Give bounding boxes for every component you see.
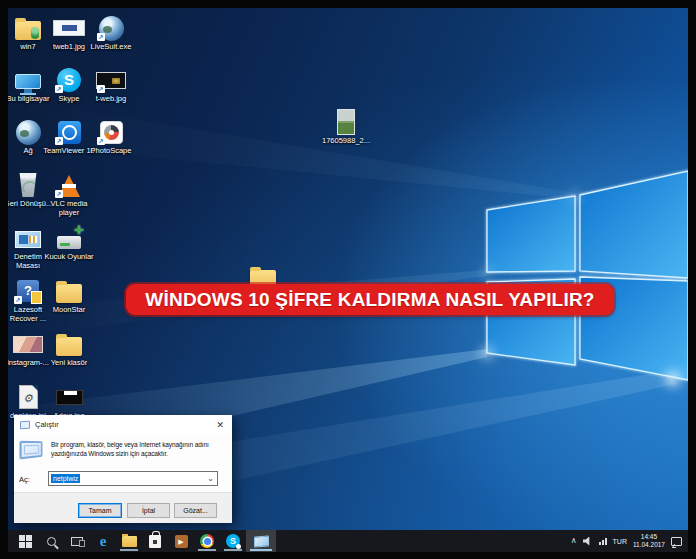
desktop-icon-label: VLC media player [42, 199, 96, 217]
task-view-icon [71, 537, 83, 546]
open-label: Aç: [19, 475, 30, 484]
shortcut-arrow-icon: ↗ [55, 137, 63, 145]
settings-file-gear-icon [19, 385, 38, 409]
screen-frame: win7 tweb1.jpg ↗ LiveSuit.exe Bu bilgisa… [0, 0, 696, 559]
edge-taskbar-button[interactable]: e [90, 530, 116, 552]
run-program-icon [19, 441, 42, 460]
run-dialog-window-icon [254, 535, 269, 547]
skype-icon: S [226, 534, 240, 548]
system-tray: ∧ TUR 14:45 11.04.2017 [571, 530, 688, 552]
run-dialog-description: Bir program, klasör, belge veya Internet… [51, 440, 223, 458]
image-thumbnail-photo-icon [337, 109, 355, 135]
desktop-icon-t-web[interactable]: ↗ t-web.jpg [84, 66, 138, 103]
desktop-icon-17605988[interactable]: 17605988_2... [319, 108, 373, 145]
run-dialog-title: Çalıştır [35, 420, 214, 429]
clock-date: 11.04.2017 [633, 541, 665, 549]
search-button[interactable] [38, 530, 64, 552]
headline-text: WİNDOWS 10 ŞİFRE KALDIRMA NASIL YAPILIR? [145, 289, 594, 311]
chevron-down-icon[interactable]: ⌄ [207, 474, 214, 483]
desktop-icon-label: Kucuk Oyunlar [42, 252, 96, 261]
search-icon [47, 537, 56, 546]
headline-banner: WİNDOWS 10 ŞİFRE KALDIRMA NASIL YAPILIR? [126, 284, 614, 315]
image-thumbnail-pink-icon [13, 336, 43, 353]
folder-with-user-icon [15, 21, 41, 40]
store-icon [149, 535, 161, 548]
control-panel-icon [15, 231, 41, 248]
show-hidden-icons-chevron[interactable]: ∧ [571, 537, 577, 545]
network-globe-icon [16, 120, 41, 145]
close-icon[interactable]: ✕ [214, 420, 226, 430]
shortcut-arrow-icon: ↗ [14, 296, 22, 304]
volume-icon[interactable] [583, 537, 593, 546]
chrome-taskbar-button[interactable] [194, 530, 220, 552]
shortcut-arrow-icon: ↗ [55, 190, 63, 198]
run-command-value[interactable]: netplwiz [51, 474, 80, 483]
run-dialog-titlebar[interactable]: Çalıştır ✕ [14, 415, 232, 434]
run-dialog-footer: Tamam İptal Gözat... [14, 492, 232, 523]
run-dialog[interactable]: Çalıştır ✕ Bir program, klasör, belge ve… [14, 415, 232, 523]
chrome-icon [200, 534, 214, 548]
folder-icon [56, 284, 82, 303]
desktop-icon-livesuit[interactable]: ↗ LiveSuit.exe [84, 14, 138, 51]
shortcut-arrow-icon: ↗ [97, 33, 105, 41]
edge-icon: e [100, 534, 107, 549]
desktop-icon-vlc[interactable]: ↗ VLC media player [42, 171, 96, 217]
network-status-icon[interactable] [599, 538, 607, 545]
start-button[interactable] [12, 530, 38, 552]
desktop-icon-label: LiveSuit.exe [84, 42, 138, 51]
desktop-icon-kucuk-oyunlar[interactable]: Kucuk Oyunlar [42, 224, 96, 261]
language-indicator[interactable]: TUR [613, 538, 627, 545]
run-command-combobox[interactable]: netplwiz ⌄ [48, 471, 218, 486]
clock[interactable]: 14:45 11.04.2017 [633, 533, 665, 550]
desktop-icon-photoscape[interactable]: ↗ PhotoScape [84, 118, 138, 155]
shortcut-arrow-icon: ↗ [97, 85, 105, 93]
films-tv-taskbar-button[interactable]: ▶ [168, 530, 194, 552]
desktop[interactable]: win7 tweb1.jpg ↗ LiveSuit.exe Bu bilgisa… [8, 8, 688, 530]
desktop-icon-label: Yeni klasör [42, 358, 96, 367]
file-explorer-icon [122, 536, 137, 547]
task-view-button[interactable] [64, 530, 90, 552]
file-explorer-taskbar-button[interactable] [116, 530, 142, 552]
drive-green-plus-icon [57, 236, 81, 249]
ok-button[interactable]: Tamam [78, 503, 122, 518]
this-pc-icon [15, 74, 41, 89]
image-thumbnail-dark-bar-icon [56, 390, 83, 405]
run-window-icon [20, 420, 30, 429]
skype-taskbar-button[interactable]: S [220, 530, 246, 552]
run-dialog-taskbar-button[interactable] [246, 530, 276, 552]
cancel-button[interactable]: İptal [127, 503, 170, 518]
taskbar: e ▶ S ∧ TUR 14:45 11.04.2017 [8, 530, 688, 552]
desktop-icon-label: PhotoScape [84, 146, 138, 155]
image-thumbnail-icon [53, 20, 85, 36]
browse-button[interactable]: Gözat... [174, 503, 217, 518]
recycle-bin-icon [18, 173, 38, 197]
desktop-icon-yeni-klasor[interactable]: Yeni klasör [42, 330, 96, 367]
folder-icon [56, 337, 82, 356]
desktop-icon-moonstar[interactable]: MoonStar [42, 277, 96, 314]
shortcut-arrow-icon: ↗ [97, 137, 105, 145]
desktop-icon-label: 17605988_2... [319, 136, 373, 145]
films-tv-icon: ▶ [175, 535, 188, 548]
start-icon [19, 535, 32, 548]
shortcut-arrow-icon: ↗ [55, 85, 63, 93]
action-center-icon[interactable] [671, 537, 682, 546]
desktop-icon-label: t-web.jpg [84, 94, 138, 103]
desktop-icon-label: MoonStar [42, 305, 96, 314]
store-taskbar-button[interactable] [142, 530, 168, 552]
clock-time: 14:45 [633, 533, 665, 541]
